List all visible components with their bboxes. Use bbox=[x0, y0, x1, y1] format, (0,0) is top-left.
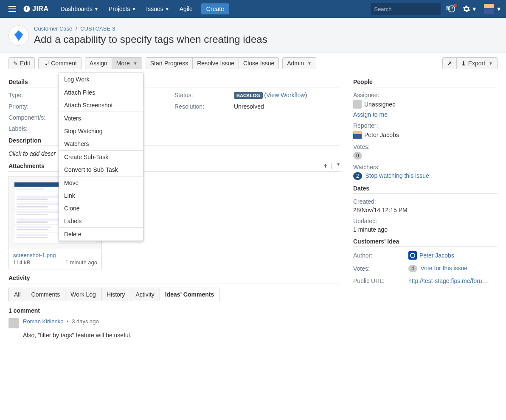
status-label: Status: bbox=[174, 92, 234, 99]
export-icon bbox=[461, 60, 466, 67]
tab-worklog[interactable]: Work Log bbox=[65, 288, 101, 301]
share-button[interactable] bbox=[442, 57, 457, 69]
updated-value: 1 minute ago bbox=[353, 226, 388, 233]
admin-button[interactable]: Admin▼ bbox=[282, 57, 316, 69]
assignee-label: Assignee: bbox=[353, 92, 498, 98]
jira-logo-icon bbox=[23, 5, 31, 13]
comment-author[interactable]: Roman Kirilenko bbox=[23, 318, 63, 325]
pencil-icon bbox=[13, 60, 18, 67]
hamburger-icon[interactable] bbox=[8, 4, 19, 14]
issue-title: Add a capability to specify tags when cr… bbox=[34, 34, 267, 45]
nav-dashboards[interactable]: Dashboards▼ bbox=[55, 0, 103, 18]
reporter-avatar-icon bbox=[353, 131, 362, 139]
resolution-label: Resolution: bbox=[174, 103, 234, 110]
tab-all[interactable]: All bbox=[8, 288, 26, 301]
jira-logo[interactable]: JIRA bbox=[23, 5, 48, 13]
tab-history[interactable]: History bbox=[101, 288, 131, 301]
issue-header: Customer Case / CUSTCASE-3 Add a capabil… bbox=[0, 18, 506, 53]
updated-label: Updated: bbox=[353, 218, 498, 224]
comment-button[interactable]: 🗨Comment bbox=[38, 57, 82, 69]
menu-move[interactable]: Move bbox=[59, 176, 143, 189]
assign-to-me-link[interactable]: Assign to me bbox=[353, 111, 388, 118]
idea-author-icon bbox=[408, 251, 417, 260]
menu-link[interactable]: Link bbox=[59, 189, 143, 202]
attachment-time: 1 minute ago bbox=[65, 259, 97, 266]
menu-attach-screenshot[interactable]: Attach Screenshot bbox=[59, 99, 143, 112]
menu-create-subtask[interactable]: Create Sub-Task bbox=[59, 151, 143, 163]
svg-rect-3 bbox=[412, 253, 413, 254]
idea-url-label: Public URL: bbox=[353, 277, 408, 284]
created-label: Created: bbox=[353, 198, 498, 205]
breadcrumb: Customer Case / CUSTCASE-3 bbox=[34, 25, 267, 32]
people-header: People bbox=[353, 78, 498, 87]
user-menu[interactable]: ▼ bbox=[484, 4, 502, 14]
idea-votes-label: Votes: bbox=[353, 265, 408, 272]
nav-issues[interactable]: Issues▼ bbox=[141, 0, 174, 18]
comment-time: 3 days ago bbox=[72, 318, 99, 325]
menu-clone[interactable]: Clone bbox=[59, 202, 143, 215]
export-button[interactable]: Export▼ bbox=[456, 57, 498, 69]
dates-header: Dates bbox=[353, 185, 498, 194]
attachment-options-icon[interactable]: ▼ bbox=[336, 162, 340, 170]
create-button[interactable]: Create bbox=[201, 3, 229, 14]
tab-activity[interactable]: Activity bbox=[130, 288, 160, 301]
activity-tabs: All Comments Work Log History Activity I… bbox=[8, 288, 340, 301]
stop-watching-link[interactable]: Stop watching this issue bbox=[365, 172, 429, 179]
close-issue-button[interactable]: Close Issue bbox=[239, 57, 279, 69]
idea-url-value[interactable]: http://test-stage.fips.me/foru… bbox=[408, 277, 489, 284]
comment-icon: 🗨 bbox=[43, 60, 49, 67]
toolbar: Edit 🗨Comment Assign More▼ Start Progres… bbox=[0, 53, 506, 73]
votes-badge: 0 bbox=[353, 152, 362, 160]
view-workflow-link[interactable]: View Workflow bbox=[266, 92, 305, 98]
top-nav: JIRA Dashboards▼ Projects▼ Issues▼ Agile… bbox=[0, 0, 506, 18]
assignee-avatar-icon bbox=[353, 100, 362, 109]
watchers-label: Watchers: bbox=[353, 164, 498, 171]
menu-watchers[interactable]: Watchers bbox=[59, 137, 143, 150]
menu-convert-subtask[interactable]: Convert to Sub-Task bbox=[59, 163, 143, 176]
menu-log-work[interactable]: Log Work bbox=[59, 73, 143, 86]
more-dropdown: Log Work Attach Files Attach Screenshot … bbox=[59, 73, 143, 241]
notification-dot bbox=[453, 4, 457, 7]
search-input[interactable] bbox=[374, 6, 445, 12]
assignee-value: Unassigned bbox=[364, 101, 396, 108]
tab-ideas-comments[interactable]: Ideas' Comments bbox=[160, 288, 219, 301]
search-box[interactable]: 🔍 bbox=[371, 3, 441, 15]
share-icon bbox=[447, 60, 452, 67]
comment-body: Also, "filter by tags" feature will be u… bbox=[23, 332, 340, 339]
menu-delete[interactable]: Delete bbox=[59, 228, 143, 241]
idea-votes-badge: 4 bbox=[408, 265, 417, 272]
idea-author-value[interactable]: Peter Jacobs bbox=[419, 252, 454, 259]
attachment-filename[interactable]: screenshot-1.png bbox=[13, 252, 97, 258]
activity-header: Activity bbox=[8, 274, 340, 283]
nav-projects[interactable]: Projects▼ bbox=[104, 0, 141, 18]
settings-icon[interactable]: ▼ bbox=[463, 5, 477, 13]
customers-idea-header: Customers' Idea bbox=[353, 238, 498, 247]
breadcrumb-issue-key[interactable]: CUSTCASE-3 bbox=[80, 25, 115, 32]
menu-voters[interactable]: Voters bbox=[59, 112, 143, 125]
nav-agile[interactable]: Agile bbox=[174, 0, 198, 18]
menu-labels[interactable]: Labels bbox=[59, 215, 143, 227]
add-attachment-icon[interactable]: + bbox=[323, 162, 327, 170]
comment-row: Roman Kirilenko • 3 days ago bbox=[8, 318, 340, 328]
attachments-header: Attachments bbox=[8, 162, 45, 169]
more-button[interactable]: More▼ bbox=[112, 57, 142, 69]
resolve-issue-button[interactable]: Resolve Issue bbox=[192, 57, 239, 69]
menu-attach-files[interactable]: Attach Files bbox=[59, 86, 143, 99]
status-badge: BACKLOG bbox=[234, 92, 263, 99]
assign-button[interactable]: Assign bbox=[85, 57, 112, 69]
created-value: 28/Nov/14 12:15 PM bbox=[353, 207, 408, 213]
edit-button[interactable]: Edit bbox=[8, 57, 35, 69]
breadcrumb-project[interactable]: Customer Case bbox=[34, 25, 72, 32]
user-avatar-icon bbox=[484, 4, 494, 14]
tab-comments[interactable]: Comments bbox=[26, 288, 66, 301]
idea-author-label: Author: bbox=[353, 252, 408, 259]
attachment-size: 114 kB bbox=[13, 259, 30, 266]
votes-label: Votes: bbox=[353, 143, 498, 150]
svg-text:?: ? bbox=[451, 6, 453, 11]
project-avatar-icon bbox=[8, 25, 29, 46]
help-icon[interactable]: ? bbox=[447, 5, 456, 13]
menu-stop-watching[interactable]: Stop Watching bbox=[59, 125, 143, 137]
start-progress-button[interactable]: Start Progress bbox=[146, 57, 193, 69]
idea-vote-link[interactable]: Vote for this issue bbox=[421, 265, 468, 272]
resolution-value: Unresolved bbox=[234, 103, 340, 110]
